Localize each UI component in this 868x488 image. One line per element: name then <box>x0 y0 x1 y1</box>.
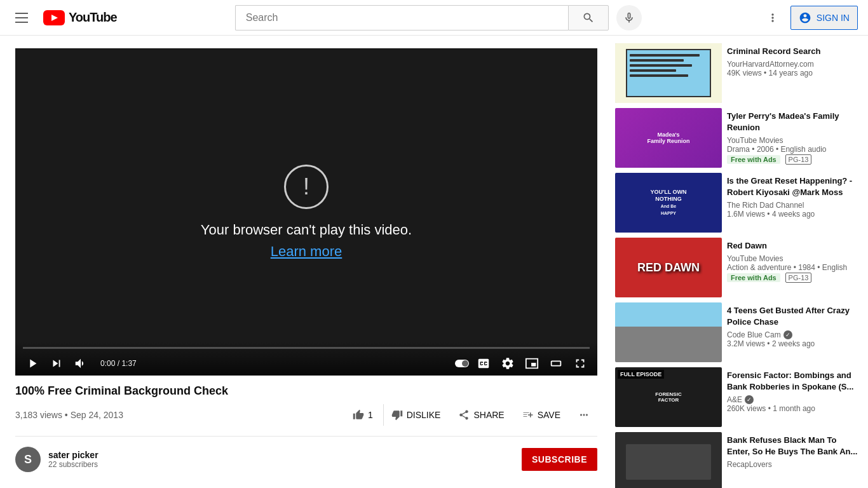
sidebar-item-badges: Free with Ads PG-13 <box>727 154 858 165</box>
video-inner: ! Your browser can't play this video. Le… <box>15 48 597 376</box>
ypc-toggle[interactable] <box>455 360 469 367</box>
controls-row: 0:00 / 1:37 <box>23 354 590 373</box>
avatar[interactable]: S <box>15 447 41 472</box>
ypc-knob <box>462 360 468 367</box>
dislike-icon <box>391 409 403 421</box>
more-actions-button[interactable] <box>571 404 597 426</box>
play-button[interactable] <box>23 354 42 373</box>
learn-more-link[interactable]: Learn more <box>271 243 342 260</box>
like-button[interactable]: 1 <box>345 404 381 426</box>
search-input[interactable] <box>235 5 568 30</box>
sign-in-button[interactable]: SIGN IN <box>790 6 858 30</box>
channel-subscribers: 22 subscribers <box>48 460 98 469</box>
sidebar-item-title: 4 Teens Get Busted After Crazy Police Ch… <box>727 305 858 328</box>
time-display: 0:00 / 1:37 <box>100 359 137 368</box>
sidebar-item-meta: 49K views • 14 years ago <box>727 69 858 78</box>
sidebar-thumbnail <box>615 432 722 488</box>
video-content: ! Your browser can't play this video. Le… <box>15 48 597 376</box>
video-player[interactable]: ! Your browser can't play this video. Le… <box>15 48 597 376</box>
video-meta: 3,183 views • Sep 24, 2013 1 DISLIKE <box>15 404 597 426</box>
sidebar-item-info: Tyler Perry's Madea's Family Reunion You… <box>727 108 858 168</box>
sidebar-item[interactable]: Criminal Record Search YourHarvardAttorn… <box>615 43 858 103</box>
controls-right <box>455 354 590 373</box>
sidebar-item-info: Is the Great Reset Happening? - Robert K… <box>727 173 858 233</box>
sidebar-item-meta: 3.2M views • 2 weeks ago <box>727 339 858 348</box>
sidebar-item[interactable]: 4 Teens Get Busted After Crazy Police Ch… <box>615 302 858 362</box>
progress-bar[interactable] <box>23 347 590 349</box>
current-time: 0:00 <box>100 359 115 368</box>
sidebar-item-channel: Code Blue Cam ✓ <box>727 330 858 339</box>
save-label: SAVE <box>538 410 560 420</box>
thumb-visual: Madea'sFamily Reunion <box>615 108 722 168</box>
share-button[interactable]: SHARE <box>451 404 512 426</box>
thumb-visual <box>615 302 722 362</box>
youtube-icon <box>43 10 65 25</box>
video-title: 100% Free Criminal Background Check <box>15 383 597 399</box>
save-button[interactable]: SAVE <box>515 404 568 426</box>
more-horiz-icon <box>578 409 590 421</box>
miniplayer-button[interactable] <box>522 354 541 373</box>
cc-button[interactable] <box>474 354 493 373</box>
youtube-logo[interactable]: YouTube <box>43 10 117 25</box>
sidebar-item-channel: YouTube Movies <box>727 136 858 145</box>
mic-icon <box>623 11 635 24</box>
account-icon <box>799 11 811 24</box>
free-badge: Free with Ads <box>727 155 780 164</box>
sidebar-item[interactable]: RED DAWN Red Dawn YouTube Movies Action … <box>615 238 858 297</box>
play-icon <box>25 356 39 370</box>
dislike-button[interactable]: DISLIKE <box>383 404 449 426</box>
total-time: 1:37 <box>121 359 136 368</box>
like-count: 1 <box>368 410 373 420</box>
verified-icon: ✓ <box>783 330 792 339</box>
upload-date: • <box>65 410 71 420</box>
sidebar-item-channel: A&E ✓ <box>727 395 858 404</box>
sidebar-item-meta: Drama • 2006 • English audio <box>727 145 858 154</box>
volume-button[interactable] <box>71 354 90 373</box>
sidebar-item-info: Red Dawn YouTube Movies Action & adventu… <box>727 238 858 297</box>
thumb-visual <box>615 432 722 488</box>
channel-details: sater picker 22 subscribers <box>48 450 98 469</box>
main-content: ! Your browser can't play this video. Le… <box>0 36 868 488</box>
error-icon: ! <box>284 165 329 209</box>
sidebar-item-channel: YourHarvardAttorney.com <box>727 60 858 69</box>
fullscreen-button[interactable] <box>571 354 590 373</box>
settings-button[interactable] <box>498 354 517 373</box>
channel-name[interactable]: sater picker <box>48 450 98 460</box>
sidebar-item-title: Is the Great Reset Happening? - Robert K… <box>727 175 858 198</box>
subscribe-button[interactable]: SUBSCRIBE <box>522 448 597 471</box>
sidebar-item[interactable]: Madea'sFamily Reunion Tyler Perry's Made… <box>615 108 858 168</box>
more-options-button[interactable] <box>760 5 785 30</box>
sidebar-item-meta: 260K views • 1 month ago <box>727 404 858 413</box>
full-episode-badge: FULL EPISODE <box>618 370 664 379</box>
next-button[interactable] <box>47 354 66 373</box>
sidebar-item-info: Forensic Factor: Bombings and Bank Robbe… <box>727 367 858 427</box>
settings-icon <box>501 356 515 370</box>
sidebar-item[interactable]: FORENSICFACTOR FULL EPISODE Forensic Fac… <box>615 367 858 427</box>
ypc-dot <box>455 360 469 367</box>
share-icon <box>458 409 470 421</box>
save-icon <box>522 409 534 421</box>
miniplayer-icon <box>525 356 539 370</box>
upload-date-value: Sep 24, 2013 <box>71 410 123 420</box>
mic-button[interactable] <box>616 5 642 30</box>
search-bar <box>235 5 609 30</box>
sidebar-item-channel: YouTube Movies <box>727 254 858 263</box>
youtube-wordmark: YouTube <box>69 10 117 25</box>
sidebar-thumbnail: YOU'LL OWNNOTHINGAnd BeHAPPY <box>615 173 722 233</box>
sidebar-item-title: Criminal Record Search <box>727 46 858 57</box>
video-controls: 0:00 / 1:37 <box>15 342 597 376</box>
sidebar-item[interactable]: YOU'LL OWNNOTHINGAnd BeHAPPY Is the Grea… <box>615 173 858 233</box>
search-icon <box>582 11 595 24</box>
theater-button[interactable] <box>546 354 566 373</box>
sidebar-item-title: Red Dawn <box>727 240 858 252</box>
sidebar-item-channel: RecapLovers <box>727 460 858 469</box>
skip-next-icon <box>50 356 64 370</box>
video-info: 100% Free Criminal Background Check 3,18… <box>15 383 597 426</box>
video-actions: 1 DISLIKE SHARE SAVE <box>345 404 597 426</box>
sidebar-item[interactable]: Bank Refuses Black Man To Enter, So He B… <box>615 432 858 488</box>
search-button[interactable] <box>568 5 609 30</box>
menu-button[interactable] <box>10 8 33 28</box>
rating-badge: PG-13 <box>785 154 812 165</box>
video-stats: 3,183 views • Sep 24, 2013 <box>15 410 123 420</box>
header-right: SIGN IN <box>760 5 858 30</box>
